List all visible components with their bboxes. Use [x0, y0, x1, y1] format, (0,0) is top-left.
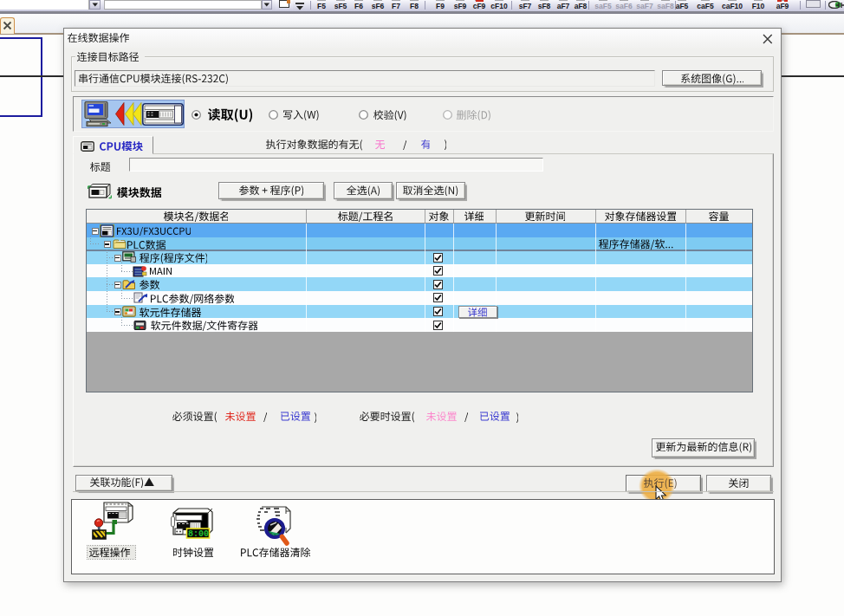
- svg-text:8:00: 8:00: [188, 529, 209, 539]
